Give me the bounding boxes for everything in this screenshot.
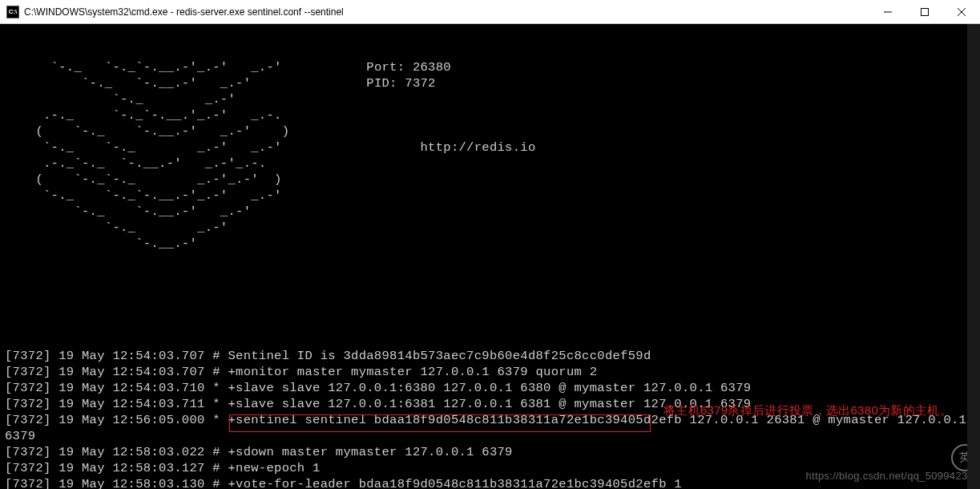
redis-info-block: Port: 26380 PID: 7372 http://redis.io — [289, 59, 535, 252]
ascii-header-row: `-._ `-._`-.__.-'_.-' _.-' `-._ `-.__.-'… — [5, 59, 975, 252]
spacer — [5, 284, 975, 316]
redis-ascii-logo: `-._ `-._`-.__.-'_.-' _.-' `-._ `-.__.-'… — [5, 59, 289, 252]
close-icon — [958, 8, 966, 16]
log-line: [7372] 19 May 12:54:03.707 # +monitor ma… — [5, 364, 975, 380]
watermark-text: https://blog.csdn.net/qq_50994235 — [806, 468, 974, 484]
window-controls — [869, 0, 980, 24]
log-line: [7372] 19 May 12:54:03.707 # Sentinel ID… — [5, 348, 975, 364]
maximize-icon — [921, 8, 929, 16]
minimize-button[interactable] — [869, 0, 906, 24]
cmd-icon: C:\ — [6, 6, 19, 18]
minimize-icon — [884, 8, 892, 16]
vertical-scrollbar[interactable] — [967, 24, 980, 489]
log-line: [7372] 19 May 12:58:03.022 # +sdown mast… — [5, 444, 975, 460]
svg-rect-1 — [922, 8, 929, 15]
window-titlebar: C:\ C:\WINDOWS\system32\cmd.exe - redis-… — [0, 0, 980, 24]
window-title: C:\WINDOWS\system32\cmd.exe - redis-serv… — [24, 0, 869, 24]
log-line: [7372] 19 May 12:54:03.710 * +slave slav… — [5, 380, 975, 396]
terminal-output[interactable]: `-._ `-._`-.__.-'_.-' _.-' `-._ `-.__.-'… — [0, 24, 980, 489]
annotation-text: 将主机6379杀掉后进行投票，选出6380为新的主机。 — [663, 402, 960, 418]
close-button[interactable] — [943, 0, 980, 24]
maximize-button[interactable] — [906, 0, 943, 24]
